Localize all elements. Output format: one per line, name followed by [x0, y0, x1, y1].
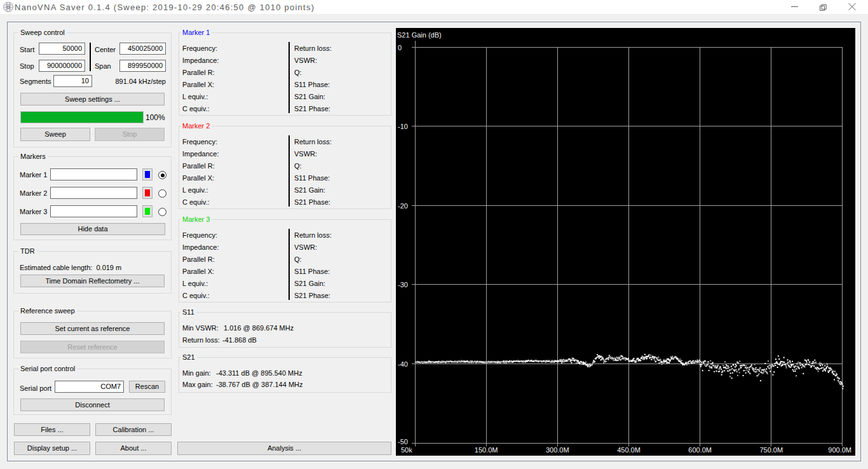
svg-text:-20: -20 — [398, 202, 408, 210]
svg-text:150.0M: 150.0M — [475, 446, 498, 454]
svg-text:S21 Gain (dB): S21 Gain (dB) — [397, 31, 442, 39]
svg-text:-30: -30 — [398, 281, 408, 289]
svg-text:0: 0 — [398, 44, 402, 51]
svg-text:-10: -10 — [398, 123, 408, 130]
svg-text:-50: -50 — [398, 438, 408, 445]
svg-text:300.0M: 300.0M — [546, 446, 569, 454]
svg-text:450.0M: 450.0M — [617, 446, 641, 454]
svg-text:-40: -40 — [398, 360, 408, 368]
svg-text:750.0M: 750.0M — [759, 446, 783, 454]
svg-text:900.0M: 900.0M — [828, 446, 851, 454]
svg-text:600.0M: 600.0M — [688, 446, 712, 454]
svg-text:50k: 50k — [401, 446, 412, 454]
